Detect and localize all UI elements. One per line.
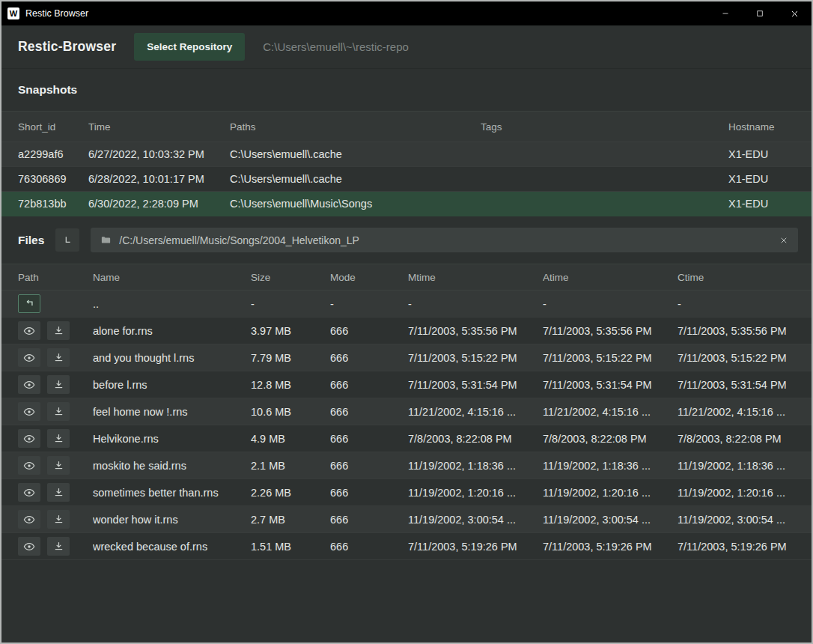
- clear-path-button[interactable]: [779, 236, 788, 245]
- file-size: 4.9 MB: [251, 433, 330, 445]
- minimize-button[interactable]: [708, 1, 743, 25]
- window-title: Restic Browser: [25, 8, 88, 19]
- file-mode: 666: [330, 325, 408, 337]
- file-ctime: 7/8/2003, 8:22:08 PM: [678, 433, 795, 445]
- file-size: -: [251, 298, 330, 310]
- download-file-button[interactable]: [47, 483, 70, 502]
- current-path-bar[interactable]: /C:/Users/emuell/Music/Songs/2004_Helvet…: [91, 228, 798, 252]
- download-icon: [53, 541, 64, 552]
- file-row[interactable]: alone for.rns 3.97 MB 666 7/11/2003, 5:3…: [1, 318, 812, 344]
- snapshot-row[interactable]: a2299af6 6/27/2022, 10:03:32 PM C:\Users…: [1, 142, 812, 167]
- file-ctime: 7/11/2003, 5:19:26 PM: [678, 541, 795, 553]
- file-name: and you thought l.rns: [93, 352, 251, 364]
- go-up-button[interactable]: [18, 294, 40, 313]
- view-file-button[interactable]: [18, 375, 40, 394]
- snapshot-row-selected[interactable]: 72b813bb 6/30/2022, 2:28:09 PM C:\Users\…: [1, 192, 812, 216]
- view-file-button[interactable]: [18, 537, 40, 556]
- eye-icon: [23, 514, 35, 526]
- snapshot-row[interactable]: 76306869 6/28/2022, 10:01:17 PM C:\Users…: [1, 167, 812, 192]
- file-mtime: 7/11/2003, 5:35:56 PM: [408, 325, 543, 337]
- view-file-button[interactable]: [18, 348, 40, 367]
- file-mtime: -: [408, 298, 543, 310]
- parent-directory-row[interactable]: .. - - - - -: [1, 291, 812, 318]
- eye-icon: [23, 325, 35, 337]
- empty-area: [1, 560, 812, 643]
- download-file-button[interactable]: [47, 537, 70, 556]
- snapshots-title: Snapshots: [18, 83, 77, 97]
- download-icon: [53, 352, 64, 363]
- file-row[interactable]: wonder how it.rns 2.7 MB 666 11/19/2002,…: [1, 506, 812, 533]
- download-file-button[interactable]: [47, 375, 70, 394]
- file-atime: 11/19/2002, 1:20:16 ...: [543, 487, 678, 499]
- download-file-button[interactable]: [47, 321, 70, 340]
- snapshot-time: 6/30/2022, 2:28:09 PM: [88, 198, 230, 210]
- return-arrow-icon: [24, 298, 35, 309]
- close-button[interactable]: [777, 1, 812, 25]
- file-mtime: 7/11/2003, 5:15:22 PM: [408, 352, 543, 364]
- eye-icon: [23, 379, 35, 391]
- file-name: sometimes better than.rns: [93, 487, 251, 499]
- file-ctime: 11/19/2002, 3:00:54 ...: [678, 514, 795, 526]
- download-file-button[interactable]: [47, 456, 70, 475]
- file-name: feel home now !.rns: [93, 406, 251, 418]
- snapshot-hostname: X1-EDU: [728, 198, 795, 210]
- close-icon: [790, 9, 800, 19]
- download-file-button[interactable]: [47, 402, 70, 421]
- column-mtime: Mtime: [408, 272, 543, 283]
- file-atime: 11/19/2002, 3:00:54 ...: [543, 514, 678, 526]
- view-file-button[interactable]: [18, 321, 40, 340]
- files-root-button[interactable]: [55, 228, 79, 252]
- eye-icon: [23, 433, 35, 445]
- select-repository-button[interactable]: Select Repository: [134, 33, 245, 61]
- file-mode: 666: [330, 406, 408, 418]
- folder-icon: [100, 234, 112, 246]
- file-row[interactable]: sometimes better than.rns 2.26 MB 666 11…: [1, 479, 812, 506]
- file-mtime: 7/11/2003, 5:31:54 PM: [408, 379, 543, 391]
- file-row[interactable]: and you thought l.rns 7.79 MB 666 7/11/2…: [1, 344, 812, 371]
- file-mode: 666: [330, 514, 408, 526]
- file-size: 10.6 MB: [251, 406, 330, 418]
- app-logo-icon: W: [7, 7, 19, 19]
- column-time: Time: [88, 121, 230, 133]
- file-row[interactable]: wrecked because of.rns 1.51 MB 666 7/11/…: [1, 533, 812, 560]
- download-file-button[interactable]: [47, 510, 70, 529]
- x-icon: [779, 236, 788, 245]
- view-file-button[interactable]: [18, 402, 40, 421]
- files-section-header: Files /C:/Users/emuell/Music/Songs/2004_…: [1, 216, 812, 264]
- maximize-button[interactable]: [743, 1, 777, 25]
- snapshot-short-id: a2299af6: [18, 148, 88, 160]
- eye-icon: [23, 352, 35, 364]
- eye-icon: [23, 460, 35, 472]
- file-mtime: 7/11/2003, 5:19:26 PM: [408, 541, 543, 553]
- download-file-button[interactable]: [47, 429, 70, 448]
- download-file-button[interactable]: [47, 348, 70, 367]
- view-file-button[interactable]: [18, 483, 40, 502]
- snapshots-table-header: Short_id Time Paths Tags Hostname: [1, 111, 812, 142]
- file-size: 7.79 MB: [251, 352, 330, 364]
- file-name: Helvikone.rns: [93, 433, 251, 445]
- file-mtime: 11/21/2002, 4:15:16 ...: [408, 406, 543, 418]
- download-icon: [53, 379, 64, 390]
- file-row[interactable]: Helvikone.rns 4.9 MB 666 7/8/2003, 8:22:…: [1, 425, 812, 452]
- snapshot-paths: C:\Users\emuell\.cache: [230, 173, 481, 185]
- file-row[interactable]: before l.rns 12.8 MB 666 7/11/2003, 5:31…: [1, 371, 812, 398]
- file-mode: 666: [330, 460, 408, 472]
- view-file-button[interactable]: [18, 510, 40, 529]
- file-row[interactable]: feel home now !.rns 10.6 MB 666 11/21/20…: [1, 398, 812, 425]
- file-ctime: 11/19/2002, 1:18:36 ...: [678, 460, 795, 472]
- file-name: ..: [93, 298, 251, 310]
- l-corner-icon: [62, 234, 73, 246]
- eye-icon: [23, 541, 35, 553]
- file-mode: 666: [330, 379, 408, 391]
- download-icon: [53, 487, 64, 498]
- column-short-id: Short_id: [18, 121, 88, 133]
- app-title: Restic-Browser: [18, 39, 116, 55]
- file-row[interactable]: moskito he said.rns 2.1 MB 666 11/19/200…: [1, 452, 812, 479]
- view-file-button[interactable]: [18, 429, 40, 448]
- view-file-button[interactable]: [18, 456, 40, 475]
- file-mtime: 7/8/2003, 8:22:08 PM: [408, 433, 543, 445]
- file-atime: 7/11/2003, 5:15:22 PM: [543, 352, 678, 364]
- file-name: wrecked because of.rns: [93, 541, 251, 553]
- file-mode: 666: [330, 433, 408, 445]
- file-size: 2.1 MB: [251, 460, 330, 472]
